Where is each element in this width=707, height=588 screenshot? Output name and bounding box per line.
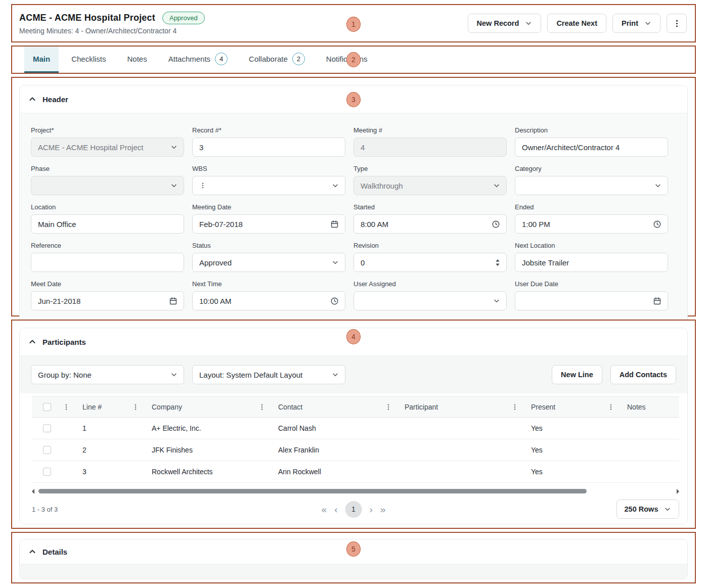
phase-select[interactable] [31, 176, 184, 195]
tab-notes[interactable]: Notes [119, 47, 156, 73]
scrollbar-track[interactable] [37, 489, 674, 493]
field-status: StatusApproved [192, 242, 345, 272]
table-header-row: Line #CompanyContactParticipantPresentNo… [32, 396, 679, 418]
column-header-contact[interactable]: Contact [272, 403, 378, 411]
column-header-participant[interactable]: Participant [399, 403, 505, 411]
rows-per-page-select[interactable]: 250 Rows [616, 500, 679, 519]
print-button[interactable]: Print [612, 14, 660, 33]
add-contacts-button[interactable]: Add Contacts [610, 365, 676, 384]
kebab-icon[interactable] [385, 403, 392, 411]
row-checkbox[interactable] [43, 424, 51, 432]
column-header-notes[interactable]: Notes [621, 403, 679, 411]
row-checkbox[interactable] [43, 468, 51, 476]
first-page-button[interactable]: « [322, 505, 327, 514]
current-page-button[interactable]: 1 [345, 501, 362, 518]
column-header-line[interactable]: Line # [76, 403, 125, 411]
meet-date-input[interactable]: Jun-21-2018 [31, 291, 184, 310]
category-select[interactable] [515, 176, 668, 195]
page-title: ACME - ACME Hospital Project [19, 13, 155, 23]
participants-toolbar: Group by: None Layout: System Default La… [20, 355, 687, 393]
tab-collaborate[interactable]: Collaborate2 [240, 47, 314, 73]
row-checkbox[interactable] [43, 446, 51, 454]
header-card-title: Header [42, 95, 68, 104]
scroll-right-icon[interactable] [677, 489, 679, 494]
collapse-participants-button[interactable] [28, 338, 36, 346]
user-due-date-input[interactable] [515, 291, 668, 310]
tabs-section: MainChecklistsNotesAttachments4Collabora… [11, 46, 696, 74]
field-next-time: Next Time10:00 AM [192, 280, 345, 310]
layout-select[interactable]: Layout: System Default Layout [192, 365, 345, 384]
user-assigned-select[interactable] [354, 291, 507, 310]
participants-card: Participants Group by: None Layout: Syst… [19, 328, 688, 524]
field-value: Feb-07-2018 [199, 220, 326, 229]
header-form-body: Project*ACME - ACME Hospital ProjectReco… [20, 113, 687, 325]
cell-present: Yes [525, 446, 601, 454]
table-row[interactable]: 2JFK FinishesAlex FranklinYes [32, 439, 679, 461]
status-select[interactable]: Approved [192, 253, 345, 272]
tab-checklists[interactable]: Checklists [63, 47, 114, 73]
collapse-header-button[interactable] [28, 95, 36, 103]
horizontal-scrollbar[interactable] [32, 488, 679, 494]
table-row[interactable]: 1A+ Electric, Inc.Carrol NashYes [32, 418, 679, 439]
cell-company: Rockwell Architects [146, 468, 252, 476]
chevron-down-icon [170, 182, 178, 189]
started-input[interactable]: 8:00 AM [354, 214, 507, 234]
last-page-button[interactable]: » [380, 505, 386, 514]
revision-input[interactable]: 0 [354, 253, 507, 272]
column-header-company[interactable]: Company [146, 403, 252, 411]
new-line-button[interactable]: New Line [552, 365, 602, 384]
details-card-title: Details [42, 548, 67, 556]
previous-page-button[interactable]: ‹ [334, 505, 337, 514]
chevron-up-icon [28, 338, 36, 346]
project-select[interactable]: ACME - ACME Hospital Project [31, 138, 184, 157]
kebab-icon[interactable] [607, 403, 614, 411]
column-menu-icon-cell [252, 403, 272, 411]
field-meeting-date: Meeting DateFeb-07-2018 [192, 203, 345, 234]
description-input[interactable]: Owner/Architect/Contractor 4 [515, 138, 668, 157]
ended-input[interactable]: 1:00 PM [515, 214, 668, 234]
column-menu-icon-cell [378, 403, 399, 411]
chevron-down-icon [493, 297, 500, 304]
row-checkbox-cell [32, 468, 56, 476]
meeting-date-input[interactable]: Feb-07-2018 [192, 214, 345, 234]
tab-main[interactable]: Main [24, 47, 59, 73]
reference-input[interactable] [31, 253, 184, 272]
column-menu-icon-cell [56, 403, 76, 411]
collapse-details-button[interactable] [28, 548, 36, 556]
create-next-button[interactable]: Create Next [547, 14, 606, 33]
select-all-checkbox[interactable] [43, 403, 51, 411]
kebab-icon[interactable] [63, 403, 70, 411]
table-row[interactable]: 3Rockwell ArchitectsAnn RockwellYes [32, 461, 679, 483]
tab-count-badge: 2 [292, 53, 305, 65]
next-time-input[interactable]: 10:00 AM [192, 291, 345, 310]
scroll-left-icon[interactable] [32, 489, 34, 494]
participants-card-title: Participants [42, 338, 86, 346]
kebab-lg-icon [673, 19, 681, 28]
title-group: ACME - ACME Hospital Project Approved Me… [19, 12, 205, 35]
next-page-button[interactable]: › [370, 505, 373, 514]
field-wbs: WBS [192, 165, 345, 195]
meeting-input[interactable]: 4 [354, 138, 507, 157]
field-category: Category [515, 165, 668, 195]
next-location-input[interactable]: Jobsite Trailer [515, 253, 668, 272]
record-input[interactable]: 3 [192, 138, 345, 157]
kebab-icon[interactable] [511, 403, 518, 411]
new-record-button[interactable]: New Record [468, 14, 542, 33]
tab-label: Checklists [71, 55, 106, 63]
type-select[interactable]: Walkthrough [354, 176, 507, 195]
scrollbar-thumb[interactable] [38, 489, 587, 493]
cell-company: A+ Electric, Inc. [146, 424, 252, 432]
group-by-select[interactable]: Group by: None [31, 365, 184, 384]
location-input[interactable]: Main Office [31, 214, 184, 234]
kebab-icon[interactable] [132, 403, 139, 411]
cell-contact: Carrol Nash [272, 424, 378, 432]
kebab-icon[interactable] [258, 403, 266, 411]
column-header-present[interactable]: Present [525, 403, 601, 411]
tab-attachments[interactable]: Attachments4 [160, 47, 236, 73]
wbs-select[interactable] [192, 176, 345, 195]
field-label: User Assigned [354, 280, 507, 288]
status-badge: Approved [162, 12, 205, 24]
field-value: 1:00 PM [522, 220, 649, 229]
field-value: Jobsite Trailer [522, 258, 661, 267]
more-actions-button[interactable] [667, 14, 687, 33]
